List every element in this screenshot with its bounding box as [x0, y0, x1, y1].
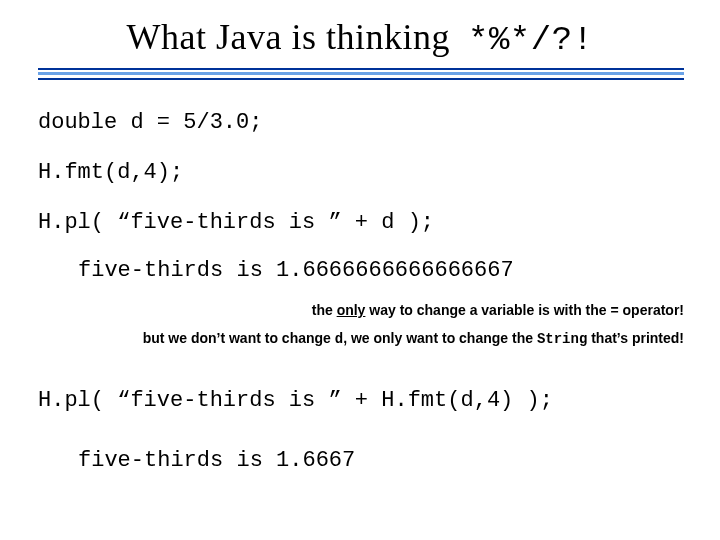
note1-c: way to change a variable is with the = o…	[365, 302, 684, 318]
slide: What Java is thinking*%*/?! double d = 5…	[0, 0, 720, 540]
note1-a: the	[312, 302, 337, 318]
note1-b: only	[337, 302, 366, 318]
output-2: five-thirds is 1.6667	[78, 448, 355, 473]
note-2: but we don’t want to change d, we only w…	[143, 330, 684, 347]
code4-str: “five-thirds is ”	[117, 388, 341, 413]
title-symbols: *%*/?!	[468, 21, 593, 59]
note2-e: that’s printed!	[587, 330, 684, 346]
code3-str: “five-thirds is ”	[117, 210, 341, 235]
code-line-2: H.fmt(d,4);	[38, 160, 183, 185]
code-line-4: H.pl( “five-thirds is ” + H.fmt(d,4) );	[38, 388, 553, 413]
title-text: What Java is thinking	[127, 17, 450, 57]
code3-post: + d );	[342, 210, 434, 235]
slide-title: What Java is thinking*%*/?!	[0, 16, 720, 59]
rule-inner	[38, 72, 684, 75]
code3-pre: H.pl(	[38, 210, 117, 235]
code4-post: );	[513, 388, 553, 413]
output-1: five-thirds is 1.6666666666666667	[78, 258, 514, 283]
note2-a: but we don’t want to change	[143, 330, 335, 346]
code4-mid: +	[342, 388, 382, 413]
note2-b: d	[335, 331, 343, 347]
note2-c: , we only want to change the	[343, 330, 537, 346]
note2-d: String	[537, 331, 587, 347]
code-line-1: double d = 5/3.0;	[38, 110, 262, 135]
double-rule	[38, 68, 684, 80]
code4-call: H.fmt(d,4)	[381, 388, 513, 413]
code4-pre: H.pl(	[38, 388, 117, 413]
code-line-3: H.pl( “five-thirds is ” + d );	[38, 210, 434, 235]
note-1: the only way to change a variable is wit…	[312, 302, 684, 318]
